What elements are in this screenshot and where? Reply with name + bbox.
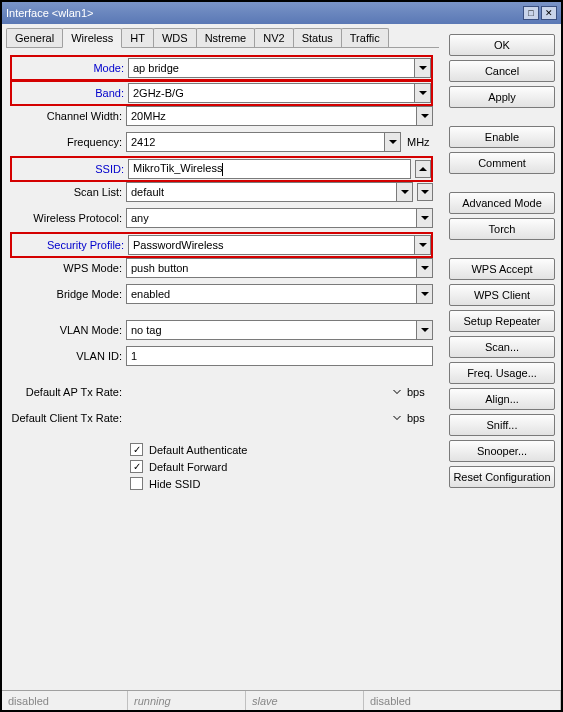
wps-mode-value: push button: [127, 262, 416, 274]
ok-button[interactable]: OK: [449, 34, 555, 56]
row-mode: Mode: ap bridge: [10, 55, 433, 81]
frequency-value: 2412: [127, 136, 384, 148]
bridge-mode-value: enabled: [127, 288, 416, 300]
cancel-button[interactable]: Cancel: [449, 60, 555, 82]
mode-value: ap bridge: [129, 62, 414, 74]
wps-client-button[interactable]: WPS Client: [449, 284, 555, 306]
vlan-mode-select[interactable]: no tag: [126, 320, 433, 340]
status-disabled: disabled: [2, 691, 128, 710]
torch-button[interactable]: Torch: [449, 218, 555, 240]
wireless-protocol-value: any: [127, 212, 416, 224]
label-ssid: SSID:: [12, 163, 128, 175]
tab-nv2[interactable]: NV2: [254, 28, 293, 47]
wireless-protocol-select[interactable]: any: [126, 208, 433, 228]
tab-wireless[interactable]: Wireless: [62, 28, 122, 48]
unit-bps: bps: [405, 412, 433, 424]
tab-status[interactable]: Status: [293, 28, 342, 47]
multi-value-button[interactable]: [417, 183, 433, 201]
label-vlan-id: VLAN ID:: [10, 350, 126, 362]
right-pane: OK Cancel Apply Enable Comment Advanced …: [443, 24, 561, 690]
ssid-input[interactable]: MikroTik_Wireless: [128, 159, 411, 179]
expand-button[interactable]: [385, 383, 401, 401]
row-security-profile: Security Profile: PasswordWireless: [10, 232, 433, 258]
vlan-mode-value: no tag: [127, 324, 416, 336]
row-wireless-protocol: Wireless Protocol: any: [10, 207, 433, 229]
status-slave: slave: [246, 691, 364, 710]
enable-button[interactable]: Enable: [449, 126, 555, 148]
default-forward-label: Default Forward: [149, 461, 227, 473]
reset-configuration-button[interactable]: Reset Configuration: [449, 466, 555, 488]
vlan-id-value: 1: [127, 350, 432, 362]
chevron-down-icon[interactable]: [416, 259, 432, 277]
row-band: Band: 2GHz-B/G: [10, 80, 433, 106]
chevron-down-icon[interactable]: [396, 183, 412, 201]
default-authenticate-label: Default Authenticate: [149, 444, 247, 456]
tab-traffic[interactable]: Traffic: [341, 28, 389, 47]
expand-button[interactable]: [385, 409, 401, 427]
statusbar: disabled running slave disabled: [2, 690, 561, 710]
tab-wds[interactable]: WDS: [153, 28, 197, 47]
label-bridge-mode: Bridge Mode:: [10, 288, 126, 300]
band-select[interactable]: 2GHz-B/G: [128, 83, 431, 103]
freq-usage-button[interactable]: Freq. Usage...: [449, 362, 555, 384]
chevron-down-icon[interactable]: [416, 285, 432, 303]
snooper-button[interactable]: Snooper...: [449, 440, 555, 462]
label-band: Band:: [12, 87, 128, 99]
security-profile-value: PasswordWireless: [129, 239, 414, 251]
default-authenticate-checkbox[interactable]: ✓: [130, 443, 143, 456]
row-scan-list: Scan List: default: [10, 181, 433, 203]
comment-button[interactable]: Comment: [449, 152, 555, 174]
status-running: running: [128, 691, 246, 710]
default-forward-checkbox[interactable]: ✓: [130, 460, 143, 473]
chevron-down-icon[interactable]: [414, 84, 430, 102]
close-button[interactable]: ✕: [541, 6, 557, 20]
frequency-select[interactable]: 2412: [126, 132, 401, 152]
tab-nstreme[interactable]: Nstreme: [196, 28, 256, 47]
chevron-down-icon[interactable]: [416, 209, 432, 227]
wps-mode-select[interactable]: push button: [126, 258, 433, 278]
apply-button[interactable]: Apply: [449, 86, 555, 108]
align-button[interactable]: Align...: [449, 388, 555, 410]
vlan-id-input[interactable]: 1: [126, 346, 433, 366]
label-mode: Mode:: [12, 62, 128, 74]
ssid-value: MikroTik_Wireless: [129, 162, 410, 176]
sniff-button[interactable]: Sniff...: [449, 414, 555, 436]
advanced-mode-button[interactable]: Advanced Mode: [449, 192, 555, 214]
collapse-button[interactable]: [415, 160, 431, 178]
chevron-down-icon[interactable]: [414, 236, 430, 254]
chevron-down-icon[interactable]: [384, 133, 400, 151]
label-vlan-mode: VLAN Mode:: [10, 324, 126, 336]
chevron-down-icon[interactable]: [416, 321, 432, 339]
minimize-button[interactable]: □: [523, 6, 539, 20]
mode-select[interactable]: ap bridge: [128, 58, 431, 78]
setup-repeater-button[interactable]: Setup Repeater: [449, 310, 555, 332]
default-ap-tx-rate-input[interactable]: [126, 382, 381, 402]
security-profile-select[interactable]: PasswordWireless: [128, 235, 431, 255]
row-default-ap-tx-rate: Default AP Tx Rate: bps: [10, 381, 433, 403]
row-vlan-mode: VLAN Mode: no tag: [10, 319, 433, 341]
row-default-forward: ✓ Default Forward: [10, 460, 433, 473]
chevron-down-icon[interactable]: [414, 59, 430, 77]
default-client-tx-rate-input[interactable]: [126, 408, 381, 428]
tab-ht[interactable]: HT: [121, 28, 154, 47]
label-frequency: Frequency:: [10, 136, 126, 148]
label-default-ap-tx-rate: Default AP Tx Rate:: [10, 386, 126, 398]
scan-list-select[interactable]: default: [126, 182, 413, 202]
hide-ssid-label: Hide SSID: [149, 478, 200, 490]
label-security-profile: Security Profile:: [12, 239, 128, 251]
hide-ssid-checkbox[interactable]: [130, 477, 143, 490]
bridge-mode-select[interactable]: enabled: [126, 284, 433, 304]
scan-button[interactable]: Scan...: [449, 336, 555, 358]
interface-window: Interface <wlan1> □ ✕ General Wireless H…: [0, 0, 563, 712]
window-title: Interface <wlan1>: [6, 7, 523, 19]
wps-accept-button[interactable]: WPS Accept: [449, 258, 555, 280]
band-value: 2GHz-B/G: [129, 87, 414, 99]
tab-general[interactable]: General: [6, 28, 63, 47]
channel-width-select[interactable]: 20MHz: [126, 106, 433, 126]
titlebar: Interface <wlan1> □ ✕: [2, 2, 561, 24]
channel-width-value: 20MHz: [127, 110, 416, 122]
label-wireless-protocol: Wireless Protocol:: [10, 212, 126, 224]
row-frequency: Frequency: 2412 MHz: [10, 131, 433, 153]
label-scan-list: Scan List:: [10, 186, 126, 198]
chevron-down-icon[interactable]: [416, 107, 432, 125]
